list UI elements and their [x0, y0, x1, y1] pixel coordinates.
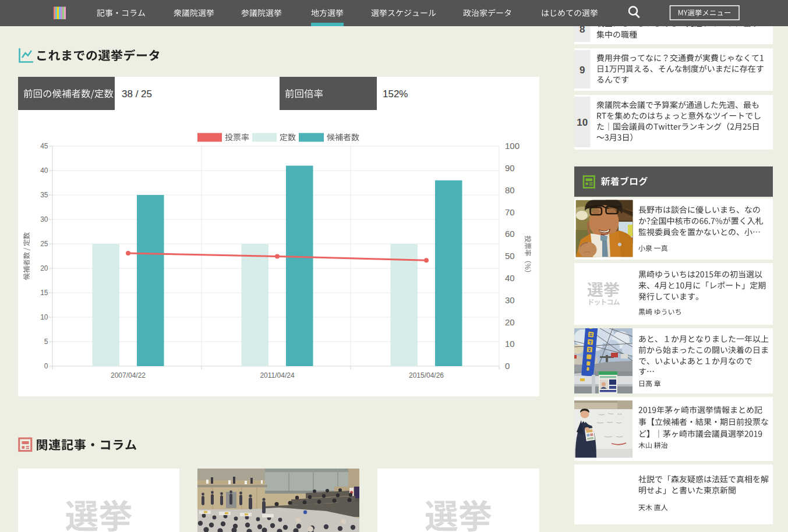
svg-text:30: 30 [505, 295, 515, 305]
svg-text:45: 45 [40, 142, 48, 150]
svg-text:100: 100 [505, 141, 520, 151]
svg-text:25: 25 [40, 240, 48, 248]
svg-text:10: 10 [577, 117, 588, 128]
svg-text:70: 70 [505, 207, 515, 217]
svg-text:2015/04/26: 2015/04/26 [409, 371, 444, 380]
svg-text:10: 10 [40, 313, 48, 321]
svg-text:0: 0 [505, 361, 510, 371]
svg-text:60: 60 [505, 229, 515, 239]
svg-text:80: 80 [505, 185, 515, 195]
svg-text:20: 20 [505, 317, 515, 327]
svg-text:2007/04/22: 2007/04/22 [111, 371, 146, 380]
svg-text:90: 90 [505, 163, 515, 173]
svg-text:10: 10 [505, 339, 515, 349]
svg-text:38 / 25: 38 / 25 [122, 88, 152, 100]
svg-text:2011/04/24: 2011/04/24 [260, 371, 294, 380]
svg-text:30: 30 [40, 215, 48, 224]
svg-text:9: 9 [579, 65, 585, 76]
svg-text:152%: 152% [383, 88, 408, 100]
svg-text:35: 35 [40, 191, 48, 199]
svg-text:40: 40 [505, 273, 515, 283]
svg-text:15: 15 [40, 289, 48, 297]
svg-text:20: 20 [40, 264, 48, 272]
svg-text:40: 40 [40, 166, 48, 175]
svg-text:0: 0 [44, 362, 48, 370]
svg-text:50: 50 [505, 251, 515, 261]
svg-text:5: 5 [44, 338, 48, 346]
